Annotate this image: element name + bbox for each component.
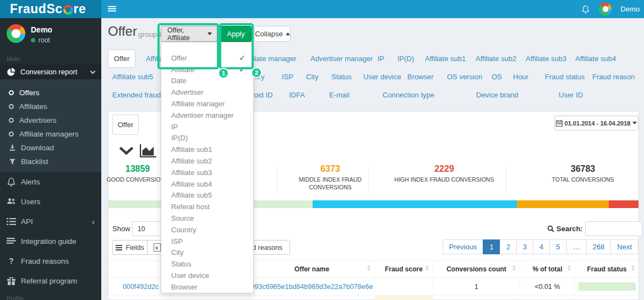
tab-link[interactable]: Device brand bbox=[476, 91, 519, 99]
column-header-pct-of-total[interactable]: % of total bbox=[520, 261, 575, 277]
collapse-button[interactable]: Collapse bbox=[254, 26, 291, 42]
pagination-item[interactable]: 5 bbox=[549, 239, 566, 254]
dropdown-option[interactable]: Browser ✓ bbox=[161, 281, 253, 293]
dropdown-option[interactable]: Affiliate ✓ bbox=[161, 64, 253, 75]
sidebar-item-blacklist[interactable]: Blacklist bbox=[0, 155, 101, 168]
group-by-dropdown-button[interactable]: Offer, Affiliate bbox=[161, 26, 217, 42]
tab-link[interactable]: E-mail bbox=[329, 91, 350, 99]
sidebar-item-integration-guide[interactable]: Integration guide bbox=[0, 231, 101, 251]
sidebar-item-fraud-reasons[interactable]: ? Fraud reasons bbox=[0, 251, 101, 271]
sort-icon[interactable] bbox=[367, 265, 370, 271]
offer-filter-box[interactable]: Offer bbox=[112, 114, 139, 135]
dropdown-option-label: Referal host bbox=[171, 203, 210, 211]
tab-link[interactable]: OS bbox=[492, 73, 502, 81]
collapse-chevron-icon[interactable] bbox=[119, 146, 134, 155]
dropdown-option[interactable]: Date ✓ bbox=[161, 75, 253, 87]
tab-link[interactable]: City bbox=[306, 73, 318, 81]
pagination-item[interactable]: 4 bbox=[533, 239, 550, 254]
calendar-icon bbox=[556, 120, 563, 127]
tab-link[interactable]: Affiliate sub2 bbox=[476, 54, 516, 63]
dropdown-option[interactable]: Advertiser ✓ bbox=[161, 86, 253, 98]
tab-link[interactable]: OS version bbox=[447, 73, 482, 81]
dropdown-option[interactable]: User device ✓ bbox=[161, 270, 253, 281]
pagination-item[interactable]: 3 bbox=[516, 239, 533, 254]
sort-icon[interactable] bbox=[631, 265, 635, 271]
tab-link[interactable]: User ID bbox=[559, 91, 583, 99]
area-chart-icon[interactable] bbox=[140, 144, 156, 159]
offer-id-link[interactable]: 000f492d2c bbox=[123, 283, 159, 291]
user-avatar[interactable] bbox=[599, 3, 612, 15]
pagination-item[interactable]: Next bbox=[610, 239, 638, 254]
dropdown-option[interactable]: Affiliate sub3 ✓ bbox=[161, 167, 253, 178]
dropdown-option[interactable]: Source ✓ bbox=[161, 212, 253, 224]
dropdown-option[interactable]: Advertiser manager ✓ bbox=[161, 110, 253, 121]
pagination-item[interactable]: 2 bbox=[500, 239, 517, 254]
column-header-fraud-status[interactable]: Fraud status bbox=[575, 261, 638, 277]
dropdown-option[interactable]: IP(D) ✓ bbox=[161, 133, 253, 144]
tab-link[interactable]: Affiliate sub1 bbox=[425, 54, 466, 63]
dropdown-option[interactable]: City ✓ bbox=[161, 247, 253, 259]
sidebar-avatar[interactable] bbox=[7, 24, 25, 43]
tab-link[interactable]: User device bbox=[363, 73, 401, 81]
brand-logo[interactable]: FraudScre bbox=[0, 0, 101, 18]
sidebar-subitem[interactable]: Offers bbox=[0, 86, 101, 100]
tab-link[interactable]: Hour bbox=[513, 73, 528, 81]
search-input[interactable] bbox=[585, 221, 642, 236]
dropdown-option-label: Browser bbox=[171, 283, 198, 291]
dropdown-option[interactable]: Affiliate sub2 ✓ bbox=[161, 155, 253, 167]
tab-link[interactable]: IP bbox=[378, 54, 384, 63]
dropdown-option[interactable]: Country ✓ bbox=[161, 224, 253, 236]
column-header-conversions-count[interactable]: Conversions count bbox=[433, 261, 520, 277]
sidebar-subitem[interactable]: Affiliate managers bbox=[0, 127, 101, 141]
tab-link[interactable]: Affiliate sub5 bbox=[112, 73, 153, 81]
sidebar-subitem-label: Offers bbox=[19, 89, 40, 97]
pagination-item[interactable]: Previous bbox=[443, 239, 484, 254]
tab-link[interactable]: ISP bbox=[282, 73, 293, 81]
sort-icon[interactable] bbox=[567, 265, 571, 271]
dropdown-option[interactable]: Referal host ✓ bbox=[161, 201, 253, 212]
tab-link[interactable]: Browser bbox=[407, 73, 434, 81]
user-menu[interactable]: Demo bbox=[620, 5, 640, 13]
sidebar-item-download[interactable]: Download bbox=[0, 141, 101, 155]
apply-button[interactable]: Apply bbox=[220, 26, 252, 42]
tab-link[interactable]: Status bbox=[331, 73, 352, 81]
sidebar-item-conversion-report[interactable]: Conversion report bbox=[0, 64, 101, 79]
tab-link[interactable]: Advertiser manager bbox=[310, 54, 373, 63]
sidebar-item-api[interactable]: API ‹ bbox=[0, 211, 101, 231]
tab-link[interactable]: Connection type bbox=[383, 91, 434, 99]
dropdown-option[interactable]: Affiliate sub5 ✓ bbox=[161, 190, 253, 201]
dropdown-option[interactable]: IP ✓ bbox=[161, 121, 253, 133]
offer-name-link[interactable]: 093c6965e1bd84b969d3e22a7b078e6e bbox=[251, 283, 373, 291]
dropdown-option[interactable]: Offer ✓ bbox=[161, 52, 253, 64]
column-header-fraud-score[interactable]: Fraud score bbox=[374, 261, 433, 277]
pagination-item[interactable]: … bbox=[566, 239, 587, 254]
fields-button[interactable]: Fields bbox=[112, 240, 148, 255]
sidebar-toggle-icon[interactable] bbox=[108, 5, 117, 13]
pagination-item[interactable]: 268 bbox=[586, 239, 612, 254]
tab-link[interactable]: Affiliate sub4 bbox=[575, 54, 616, 63]
sort-icon[interactable] bbox=[512, 265, 516, 271]
column-header-offer-name[interactable]: Offer name bbox=[249, 261, 374, 277]
tab-link[interactable]: Fraud reason bbox=[592, 73, 635, 81]
circle-icon bbox=[9, 90, 14, 95]
sidebar-item-users[interactable]: Users bbox=[0, 192, 101, 211]
sidebar-item-alerts[interactable]: Alerts bbox=[0, 172, 101, 192]
notifications-bell-icon[interactable] bbox=[581, 4, 590, 14]
sidebar-subitem[interactable]: Advertisers bbox=[0, 113, 101, 127]
tab-link[interactable]: Fraud status bbox=[545, 73, 585, 81]
pagination-item[interactable]: 1 bbox=[483, 239, 500, 254]
tab-link[interactable]: IP(D) bbox=[397, 54, 414, 63]
dropdown-option[interactable]: Affiliate sub1 ✓ bbox=[161, 144, 253, 155]
sidebar-item-referral-program[interactable]: Referral program bbox=[0, 271, 101, 291]
sidebar-subitem-label: Advertisers bbox=[19, 116, 57, 124]
sidebar-submenu: Offers Affiliates Advertisers Affiliate … bbox=[0, 79, 101, 172]
sort-icon[interactable] bbox=[425, 265, 429, 271]
tab-link[interactable]: IDFA bbox=[289, 91, 305, 99]
sidebar-subitem[interactable]: Affiliates bbox=[0, 100, 101, 113]
dropdown-option[interactable]: Affiliate manager ✓ bbox=[161, 98, 253, 110]
dropdown-option[interactable]: ISP ✓ bbox=[161, 236, 253, 247]
date-range-button[interactable]: 01.01.2014 - 16.04.2018 bbox=[554, 116, 638, 130]
dropdown-option[interactable]: Affiliate sub4 ✓ bbox=[161, 178, 253, 190]
tab-link[interactable]: Affiliate sub3 bbox=[526, 54, 566, 63]
dropdown-option[interactable]: Status ✓ bbox=[161, 258, 253, 270]
